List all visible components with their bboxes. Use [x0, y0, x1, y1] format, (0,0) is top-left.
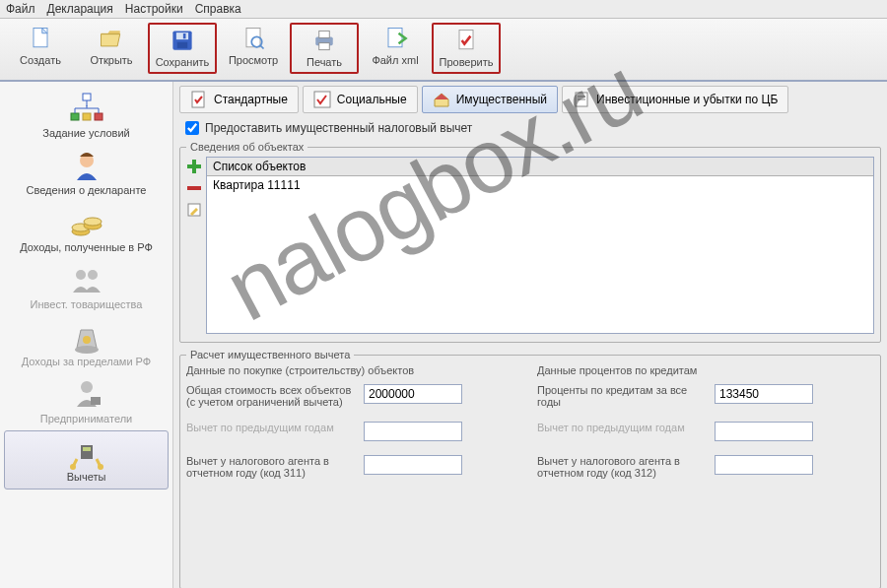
tab-social-label: Социальные: [337, 93, 407, 106]
agent-312-label: Вычет у налогового агента в отчетном год…: [537, 455, 715, 479]
svg-point-32: [98, 464, 103, 470]
svg-point-23: [76, 270, 86, 280]
doc-small-icon: [573, 91, 590, 108]
sidebar-item-conditions[interactable]: Задание условий: [0, 88, 172, 145]
calc-legend: Расчет имущественного вычета: [186, 349, 354, 360]
svg-rect-15: [71, 113, 79, 120]
save-label: Сохранить: [156, 56, 210, 68]
interest-total-input[interactable]: [715, 384, 813, 404]
calc-interest-column: Данные процентов по кредитам Проценты по…: [537, 364, 874, 492]
svg-point-25: [75, 346, 99, 354]
objects-groupbox: Сведения об объектах Список объектов Ква…: [179, 141, 881, 343]
calc-purchase-title: Данные по покупке (строительству) объект…: [186, 364, 523, 376]
doc-check-icon: [190, 91, 208, 108]
save-button[interactable]: Сохранить: [148, 23, 217, 74]
sidebar-label-income-abroad: Доходы за пределами РФ: [22, 356, 151, 367]
svg-point-27: [81, 381, 93, 393]
create-button[interactable]: Создать: [6, 23, 75, 74]
sidebar-label-income-rf: Доходы, полученные в РФ: [20, 241, 153, 253]
toolbar: Создать Открыть Сохранить Просмотр Печат…: [0, 19, 887, 82]
svg-rect-4: [177, 42, 188, 48]
floppy-save-icon: [169, 27, 196, 54]
tree-icon: [67, 92, 106, 127]
sidebar-label-deductions: Вычеты: [67, 471, 106, 483]
checkbox-icon: [313, 91, 331, 108]
tab-invest[interactable]: Инвестиционные и убытки по ЦБ: [562, 86, 788, 113]
sidebar-item-entrepreneur[interactable]: Предприниматели: [0, 373, 172, 430]
tab-property[interactable]: Имущественный: [422, 86, 558, 113]
partners-icon: [67, 263, 106, 298]
total-cost-input[interactable]: [364, 384, 462, 404]
calc-groupbox: Расчет имущественного вычета Данные по п…: [179, 349, 881, 588]
menu-help[interactable]: Справка: [195, 2, 241, 16]
svg-rect-17: [95, 113, 102, 120]
xml-button[interactable]: Файл xml: [361, 23, 430, 74]
agent-311-label: Вычет у налогового агента в отчетном год…: [186, 455, 364, 479]
calc-purchase-column: Данные по покупке (строительству) объект…: [186, 364, 523, 492]
coins-icon: [67, 206, 106, 241]
folder-open-icon: [98, 25, 125, 52]
svg-line-8: [260, 45, 264, 49]
menu-settings[interactable]: Настройки: [125, 2, 183, 16]
sidebar-item-income-abroad[interactable]: Доходы за пределами РФ: [0, 316, 172, 373]
svg-point-31: [70, 464, 76, 470]
open-label: Открыть: [90, 54, 132, 66]
prev-deduction-input[interactable]: [364, 422, 462, 441]
object-row[interactable]: Квартира 11111: [207, 176, 873, 194]
sidebar-label-invest-part: Инвест. товарищества: [31, 298, 143, 310]
total-cost-label: Общая стоимость всех объектов (с учетом …: [186, 384, 364, 408]
interest-total-label: Проценты по кредитам за все годы: [537, 384, 715, 408]
tab-standard[interactable]: Стандартные: [179, 86, 299, 113]
xml-label: Файл xml: [372, 54, 418, 66]
preview-label: Просмотр: [229, 54, 278, 66]
person-icon: [67, 149, 106, 184]
menu-file[interactable]: Файл: [6, 2, 35, 16]
object-list[interactable]: Список объектов Квартира 11111: [206, 157, 874, 334]
svg-point-22: [84, 218, 102, 226]
agent-312-input[interactable]: [715, 455, 813, 475]
menu-declaration[interactable]: Декларация: [47, 2, 113, 16]
agent-311-input[interactable]: [364, 455, 462, 475]
house-icon: [433, 91, 450, 108]
new-file-icon: [27, 25, 54, 52]
printer-icon: [310, 27, 338, 54]
svg-rect-40: [187, 186, 201, 190]
sidebar-label-declarant: Сведения о декларанте: [27, 184, 147, 196]
open-button[interactable]: Открыть: [77, 23, 146, 74]
sidebar-item-deductions[interactable]: Вычеты: [4, 430, 169, 490]
svg-rect-39: [187, 164, 201, 168]
tab-standard-label: Стандартные: [214, 93, 288, 106]
print-button[interactable]: Печать: [290, 23, 359, 74]
print-label: Печать: [307, 56, 342, 68]
interest-prev-input[interactable]: [715, 422, 813, 441]
sidebar: Задание условий Сведения о декларанте До…: [0, 82, 173, 588]
object-list-tools: [186, 157, 202, 334]
svg-rect-16: [83, 113, 91, 120]
provide-deduction-checkbox[interactable]: [185, 121, 199, 135]
svg-rect-14: [83, 94, 91, 100]
sidebar-item-declarant[interactable]: Сведения о декларанте: [0, 145, 172, 202]
svg-point-26: [83, 336, 91, 344]
preview-button[interactable]: Просмотр: [219, 23, 288, 74]
provide-deduction-label: Предоставить имущественный налоговый выч…: [205, 121, 472, 135]
body: Задание условий Сведения о декларанте До…: [0, 82, 887, 588]
provide-deduction-row: Предоставить имущественный налоговый выч…: [179, 119, 881, 141]
remove-icon[interactable]: [186, 180, 202, 196]
edit-icon[interactable]: [186, 202, 202, 218]
sidebar-item-invest-part[interactable]: Инвест. товарищества: [0, 259, 172, 316]
prev-deduction-label: Вычет по предыдущим годам: [186, 422, 364, 433]
calc-interest-title: Данные процентов по кредитам: [537, 364, 874, 376]
deduction-tabs: Стандартные Социальные Имущественный Инв…: [179, 86, 881, 113]
sidebar-item-income-rf[interactable]: Доходы, полученные в РФ: [0, 202, 172, 259]
entrepreneur-icon: [67, 377, 106, 413]
tab-invest-label: Инвестиционные и убытки по ЦБ: [596, 93, 778, 106]
add-icon[interactable]: [186, 159, 202, 174]
check-button[interactable]: Проверить: [432, 23, 501, 74]
sidebar-label-conditions: Задание условий: [42, 127, 129, 139]
tab-social[interactable]: Социальные: [303, 86, 418, 113]
money-bag-icon: [67, 320, 106, 356]
xml-file-icon: [381, 25, 409, 52]
svg-rect-30: [83, 447, 91, 451]
object-list-header: Список объектов: [207, 158, 873, 176]
svg-rect-10: [319, 31, 330, 37]
